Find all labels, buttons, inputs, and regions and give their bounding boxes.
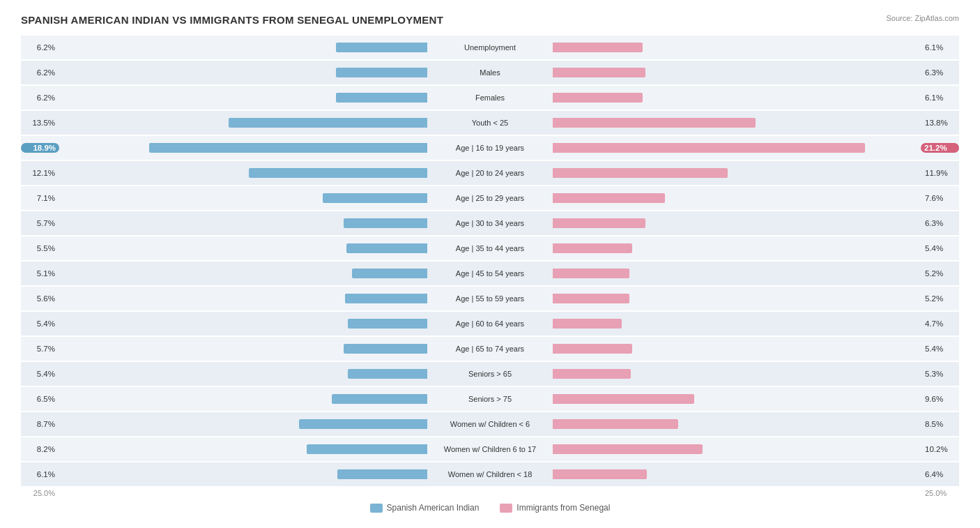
- half-chart: Age | 60 to 64 years: [59, 312, 921, 335]
- right-half: [553, 111, 921, 135]
- right-value: 6.4%: [921, 470, 959, 478]
- chart-row: 8.7%Women w/ Children < 68.5%: [21, 412, 959, 436]
- chart-row: 5.5%Age | 35 to 44 years5.4%: [21, 236, 959, 260]
- bar-pink: [553, 444, 703, 454]
- left-half: [59, 36, 427, 59]
- right-value: 6.1%: [921, 93, 959, 102]
- chart-row: 18.9%Age | 16 to 19 years21.2%: [21, 136, 959, 160]
- axis-left-label: 25.0%: [21, 489, 59, 497]
- right-value: 5.3%: [921, 370, 959, 378]
- row-label: Age | 25 to 29 years: [427, 194, 553, 202]
- left-half: [59, 462, 427, 486]
- left-value: 6.1%: [21, 470, 59, 478]
- left-half: [59, 262, 427, 285]
- chart-row: 6.1%Women w/ Children < 186.4%: [21, 462, 959, 486]
- left-value: 13.5%: [21, 119, 59, 127]
- legend-item-blue: Spanish American Indian: [370, 503, 480, 513]
- bar-pink: [553, 419, 678, 429]
- row-label: Age | 35 to 44 years: [427, 244, 553, 252]
- right-half: [553, 136, 921, 160]
- left-value: 5.5%: [21, 244, 59, 252]
- half-chart: Age | 20 to 24 years: [59, 161, 921, 185]
- bar-pink: [553, 168, 728, 178]
- row-label: Age | 45 to 54 years: [427, 269, 553, 278]
- right-value: 8.5%: [921, 420, 959, 428]
- half-chart: Age | 45 to 54 years: [59, 262, 921, 285]
- bar-section: Age | 16 to 19 years: [59, 136, 921, 160]
- right-half: [553, 36, 921, 59]
- half-chart: Age | 30 to 34 years: [59, 211, 921, 235]
- left-value: 5.1%: [21, 269, 59, 278]
- right-half: [553, 287, 921, 310]
- right-value: 21.2%: [921, 143, 959, 153]
- row-label: Males: [427, 68, 553, 77]
- left-half: [59, 186, 427, 210]
- row-label: Age | 16 to 19 years: [427, 144, 553, 152]
- left-half: [59, 387, 427, 411]
- right-value: 5.4%: [921, 244, 959, 252]
- bar-section: Age | 45 to 54 years: [59, 262, 921, 285]
- half-chart: Females: [59, 86, 921, 110]
- chart-row: 6.2%Males6.3%: [21, 61, 959, 84]
- row-label: Unemployment: [427, 43, 553, 52]
- left-half: [59, 86, 427, 110]
- bar-section: Age | 20 to 24 years: [59, 161, 921, 185]
- half-chart: Age | 16 to 19 years: [59, 136, 921, 160]
- bar-section: Age | 60 to 64 years: [59, 312, 921, 335]
- row-label: Women w/ Children < 6: [427, 420, 553, 428]
- left-value: 8.7%: [21, 420, 59, 428]
- legend-item-pink: Immigrants from Senegal: [500, 503, 610, 513]
- left-half: [59, 236, 427, 260]
- left-value: 12.1%: [21, 169, 59, 177]
- left-half: [59, 337, 427, 361]
- right-value: 5.4%: [921, 345, 959, 353]
- row-label: Youth < 25: [427, 119, 553, 127]
- chart-row: 6.2%Unemployment6.1%: [21, 36, 959, 59]
- bar-section: Women w/ Children < 18: [59, 462, 921, 486]
- left-half: [59, 412, 427, 436]
- chart-row: 6.2%Females6.1%: [21, 86, 959, 110]
- half-chart: Women w/ Children 6 to 17: [59, 437, 921, 461]
- chart-row: 5.4%Seniors > 655.3%: [21, 362, 959, 386]
- left-value: 5.4%: [21, 319, 59, 328]
- right-half: [553, 462, 921, 486]
- bar-section: Seniors > 65: [59, 362, 921, 386]
- half-chart: Males: [59, 61, 921, 84]
- chart-row: 7.1%Age | 25 to 29 years7.6%: [21, 186, 959, 210]
- bar-blue: [332, 394, 427, 404]
- chart-title: SPANISH AMERICAN INDIAN VS IMMIGRANTS FR…: [21, 14, 443, 26]
- right-value: 6.3%: [921, 219, 959, 227]
- bar-section: Age | 65 to 74 years: [59, 337, 921, 361]
- left-value: 6.2%: [21, 43, 59, 52]
- bar-blue: [348, 369, 427, 379]
- bar-pink: [553, 218, 645, 228]
- legend: Spanish American Indian Immigrants from …: [21, 503, 959, 513]
- bar-blue: [229, 118, 427, 128]
- row-label: Seniors > 65: [427, 370, 553, 378]
- left-value: 5.6%: [21, 294, 59, 303]
- right-value: 5.2%: [921, 269, 959, 278]
- left-half: [59, 61, 427, 84]
- left-value: 5.7%: [21, 345, 59, 353]
- chart-row: 5.7%Age | 65 to 74 years5.4%: [21, 337, 959, 361]
- right-half: [553, 236, 921, 260]
- bar-section: Age | 25 to 29 years: [59, 186, 921, 210]
- bar-blue: [344, 344, 427, 354]
- right-half: [553, 61, 921, 84]
- left-half: [59, 211, 427, 235]
- right-value: 13.8%: [921, 119, 959, 127]
- row-label: Women w/ Children 6 to 17: [427, 445, 553, 453]
- right-half: [553, 412, 921, 436]
- row-label: Age | 30 to 34 years: [427, 219, 553, 227]
- bar-pink: [553, 344, 632, 354]
- legend-blue-box: [370, 504, 383, 513]
- left-value: 8.2%: [21, 445, 59, 453]
- half-chart: Youth < 25: [59, 111, 921, 135]
- row-label: Seniors > 75: [427, 395, 553, 403]
- bar-blue: [352, 269, 427, 278]
- chart-row: 12.1%Age | 20 to 24 years11.9%: [21, 161, 959, 185]
- half-chart: Age | 55 to 59 years: [59, 287, 921, 310]
- source-text: Source: ZipAtlas.com: [886, 14, 959, 22]
- right-half: [553, 86, 921, 110]
- row-label: Age | 20 to 24 years: [427, 169, 553, 177]
